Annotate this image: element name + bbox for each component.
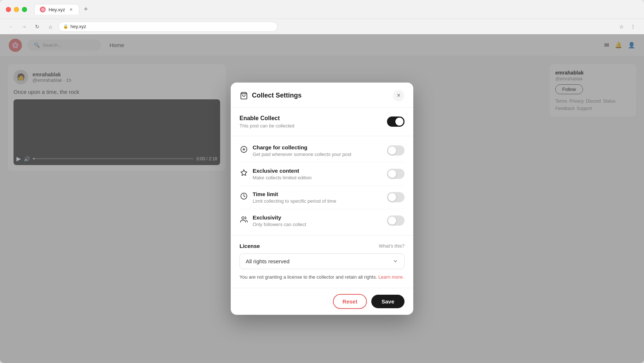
- charge-text: Charge for collecting Get paid whenever …: [253, 144, 387, 157]
- enable-collect-desc: This post can be collected: [239, 123, 387, 129]
- exclusivity-info: Exclusivity Only followers can collect: [239, 214, 387, 227]
- license-header: License What's this?: [239, 243, 405, 249]
- modal-body: Enable Collect This post can be collecte…: [231, 108, 413, 288]
- bookmark-button[interactable]: ☆: [616, 22, 626, 32]
- star-icon: [239, 168, 248, 177]
- timelimit-toggle[interactable]: [387, 192, 405, 202]
- reload-button[interactable]: ↻: [32, 22, 42, 32]
- toolbar-actions: ☆ ⋮: [616, 22, 638, 32]
- users-icon: [239, 215, 248, 224]
- exclusive-text: Exclusive content Make collects limited …: [253, 168, 387, 180]
- exclusivity-desc: Only followers can collect: [253, 222, 387, 227]
- new-tab-button[interactable]: +: [81, 4, 91, 15]
- enable-collect-text: Enable Collect This post can be collecte…: [239, 115, 387, 129]
- browser-titlebar: 🌸 Hey.xyz ✕ +: [0, 0, 644, 19]
- enable-collect-title: Enable Collect: [239, 115, 387, 122]
- exclusive-title: Exclusive content: [253, 168, 387, 174]
- minimize-traffic-light[interactable]: [14, 7, 19, 12]
- charge-toggle-knob: [388, 146, 396, 154]
- option-charge: Charge for collecting Get paid whenever …: [239, 139, 405, 163]
- page-content: 🌸 🔍 Search... Home ✉ 🔔 👤: [0, 34, 644, 363]
- exclusivity-title: Exclusivity: [253, 214, 387, 221]
- exclusivity-toggle-knob: [388, 217, 396, 225]
- charge-desc: Get paid whenever someone collects your …: [253, 152, 387, 157]
- url-text: hey.xyz: [70, 24, 86, 29]
- enable-collect-section: Enable Collect This post can be collecte…: [231, 108, 413, 136]
- home-button[interactable]: ⌂: [45, 22, 55, 32]
- charge-title: Charge for collecting: [253, 144, 387, 150]
- license-selected-value: All rights reserved: [246, 258, 290, 264]
- exclusive-toggle[interactable]: [387, 169, 405, 179]
- svg-point-6: [242, 217, 244, 219]
- timelimit-title: Time limit: [253, 191, 387, 197]
- reset-button[interactable]: Reset: [333, 294, 367, 309]
- tab-close-button[interactable]: ✕: [68, 7, 74, 12]
- whats-this-link[interactable]: What's this?: [379, 243, 405, 249]
- forward-button[interactable]: →: [19, 22, 29, 32]
- enable-collect-toggle[interactable]: [387, 116, 405, 127]
- exclusivity-toggle[interactable]: [387, 215, 405, 226]
- modal-footer: Reset Save: [231, 288, 413, 315]
- save-button[interactable]: Save: [371, 295, 405, 308]
- clock-icon: [239, 192, 248, 200]
- lock-icon: 🔒: [63, 24, 68, 29]
- browser-frame: 🌸 Hey.xyz ✕ + ← → ↻ ⌂ 🔒 hey.xyz ☆ ⋮ 🌸: [0, 0, 644, 363]
- license-section: License What's this? All rights reserved…: [231, 236, 413, 288]
- tab-favicon: 🌸: [40, 7, 46, 12]
- charge-toggle[interactable]: [387, 145, 405, 156]
- more-button[interactable]: ⋮: [628, 22, 638, 32]
- collect-settings-modal: Collect Settings × Enable Collect This p…: [231, 83, 413, 315]
- license-description: You are not granting a license to the co…: [239, 274, 405, 281]
- license-dropdown[interactable]: All rights reserved: [239, 253, 405, 269]
- timelimit-text: Time limit Limit collecting to specific …: [253, 191, 387, 204]
- modal-header: Collect Settings ×: [231, 83, 413, 108]
- address-bar[interactable]: 🔒 hey.xyz: [58, 22, 277, 32]
- collect-header-icon: [239, 91, 248, 100]
- maximize-traffic-light[interactable]: [22, 7, 27, 12]
- tab-bar: 🌸 Hey.xyz ✕ +: [34, 4, 91, 15]
- svg-marker-4: [241, 169, 247, 175]
- exclusivity-text: Exclusivity Only followers can collect: [253, 214, 387, 227]
- exclusive-toggle-knob: [388, 170, 396, 178]
- active-tab[interactable]: 🌸 Hey.xyz ✕: [34, 4, 79, 15]
- timelimit-toggle-knob: [388, 193, 396, 201]
- tab-title: Hey.xyz: [49, 7, 65, 12]
- modal-overlay: Collect Settings × Enable Collect This p…: [0, 34, 644, 363]
- options-section: Charge for collecting Get paid whenever …: [231, 136, 413, 236]
- charge-info: Charge for collecting Get paid whenever …: [239, 144, 387, 157]
- timelimit-desc: Limit collecting to specific period of t…: [253, 198, 387, 204]
- option-exclusivity: Exclusivity Only followers can collect: [239, 209, 405, 232]
- toggle-knob: [395, 118, 403, 126]
- browser-toolbar: ← → ↻ ⌂ 🔒 hey.xyz ☆ ⋮: [0, 19, 644, 34]
- option-timelimit: Time limit Limit collecting to specific …: [239, 186, 405, 209]
- modal-title: Collect Settings: [252, 92, 389, 99]
- exclusive-desc: Make collects limited edition: [253, 175, 387, 180]
- learn-more-link[interactable]: Learn more.: [378, 274, 404, 280]
- option-exclusive: Exclusive content Make collects limited …: [239, 163, 405, 186]
- modal-close-button[interactable]: ×: [393, 90, 405, 102]
- chevron-down-icon: [392, 258, 398, 264]
- back-button[interactable]: ←: [6, 22, 16, 32]
- traffic-lights: [6, 7, 27, 12]
- license-label: License: [239, 243, 260, 249]
- charge-icon: [239, 145, 248, 154]
- timelimit-info: Time limit Limit collecting to specific …: [239, 191, 387, 204]
- close-traffic-light[interactable]: [6, 7, 11, 12]
- license-desc-text: You are not granting a license to the co…: [239, 274, 377, 280]
- exclusive-info: Exclusive content Make collects limited …: [239, 168, 387, 180]
